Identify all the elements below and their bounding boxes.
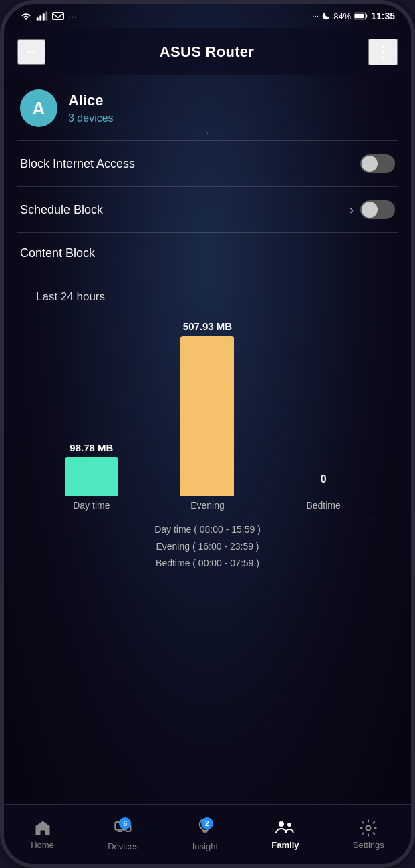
svg-rect-3 [45, 11, 47, 21]
settings-icon [359, 819, 378, 837]
avatar: A [20, 89, 57, 127]
legend-evening: Evening ( 16:00 - 23:59 ) [20, 538, 395, 555]
bar-bedtime-value: 0 [321, 473, 327, 485]
chevron-icon: › [350, 203, 354, 217]
dots-icon: ··· [312, 11, 319, 21]
nav-item-family[interactable]: Family [263, 815, 307, 854]
bar-evening-label: Evening [190, 500, 225, 511]
bar-daytime-rect [65, 457, 118, 496]
svg-point-13 [279, 821, 284, 827]
battery-text: 84% [333, 11, 351, 21]
nav-item-settings[interactable]: Settings [345, 815, 392, 854]
bar-daytime-label: Day time [73, 500, 110, 511]
block-internet-row[interactable]: Block Internet Access [4, 141, 411, 186]
nav-label-home: Home [31, 840, 54, 850]
content-block-row[interactable]: Content Block [4, 233, 411, 274]
screen: ··· ··· 84% 11:35 ← [4, 4, 411, 864]
nav-label-devices: Devices [108, 841, 138, 851]
chart-container: Last 24 hours 98.78 MB Day time 507.93 M… [4, 274, 411, 586]
time-display: 11:35 [371, 11, 395, 21]
bar-bedtime-rect [297, 495, 350, 496]
back-button[interactable]: ← [17, 39, 45, 65]
home-icon [33, 819, 52, 837]
bar-bedtime-label: Bedtime [306, 500, 340, 511]
schedule-block-row[interactable]: Schedule Block › [4, 187, 411, 232]
svg-point-15 [366, 826, 371, 831]
chart-area: 98.78 MB Day time 507.93 MB Evening [20, 310, 395, 511]
user-info: Alice 3 devices [68, 92, 114, 124]
app-title: ASUS Router [160, 43, 254, 61]
nav-label-settings: Settings [353, 840, 384, 850]
bar-evening-rect [180, 336, 234, 496]
schedule-block-right: › [350, 200, 395, 219]
nav-label-insight: Insight [192, 841, 218, 851]
svg-rect-11 [202, 831, 207, 832]
app-content: ← ASUS Router ⋮ A Alice 3 devices [4, 28, 411, 864]
nav-item-devices[interactable]: 6 Devices [100, 813, 146, 855]
legend-daytime: Day time ( 08:00 - 15:59 ) [20, 521, 395, 538]
schedule-block-label: Schedule Block [20, 203, 103, 217]
status-right: ··· 84% 11:35 [312, 11, 395, 21]
bar-daytime-value: 98.78 MB [70, 442, 113, 453]
legend-bedtime: Bedtime ( 00:00 - 07:59 ) [20, 555, 395, 572]
user-name: Alice [68, 92, 114, 110]
more-button[interactable]: ⋮ [368, 39, 398, 65]
bottom-nav: Home 6 Devices [4, 804, 411, 864]
content-block-label: Content Block [20, 246, 95, 260]
svg-point-14 [287, 823, 291, 827]
chart-legend: Day time ( 08:00 - 15:59 ) Evening ( 16:… [20, 521, 395, 572]
svg-rect-6 [355, 14, 364, 18]
message-icon [52, 11, 64, 21]
nav-label-family: Family [271, 840, 299, 850]
chart-section-title: Last 24 hours [20, 281, 395, 310]
svg-rect-1 [39, 15, 41, 21]
svg-rect-12 [203, 832, 207, 833]
battery-icon [354, 12, 368, 20]
nav-item-insight[interactable]: 2 Insight [184, 813, 226, 855]
block-internet-label: Block Internet Access [20, 157, 135, 171]
status-left: ··· [20, 11, 78, 21]
bar-bedtime: 0 Bedtime [297, 473, 350, 511]
phone-shell: ··· ··· 84% 11:35 ← [0, 0, 415, 868]
block-internet-toggle[interactable] [360, 154, 395, 173]
status-bar: ··· ··· 84% 11:35 [4, 4, 411, 28]
insight-badge: 2 [201, 817, 213, 829]
status-dots: ··· [68, 11, 78, 21]
signal-icon [36, 11, 48, 21]
user-section: A Alice 3 devices [4, 75, 411, 140]
content-area: A Alice 3 devices Block Internet Access [4, 75, 411, 804]
schedule-block-toggle[interactable] [360, 200, 395, 219]
nav-item-home[interactable]: Home [23, 815, 62, 854]
top-bar: ← ASUS Router ⋮ [4, 28, 411, 75]
svg-rect-4 [53, 13, 64, 20]
wifi-icon [20, 11, 32, 21]
bar-daytime: 98.78 MB Day time [65, 442, 118, 511]
user-devices: 3 devices [68, 112, 114, 124]
moon-icon [321, 11, 331, 21]
bar-evening-value: 507.93 MB [183, 320, 232, 332]
svg-rect-2 [43, 13, 45, 21]
family-icon [275, 819, 296, 837]
svg-rect-0 [37, 17, 39, 21]
bar-evening: 507.93 MB Evening [180, 320, 234, 511]
